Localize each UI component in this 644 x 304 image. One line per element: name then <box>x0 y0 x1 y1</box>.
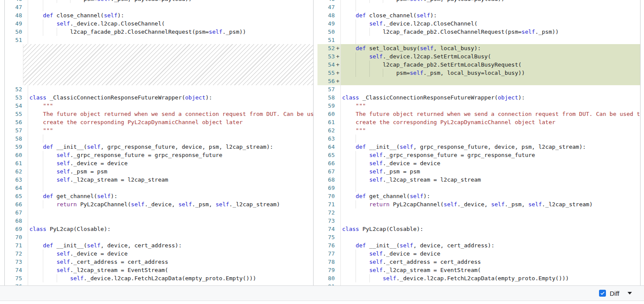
line-number[interactable]: 48 <box>317 11 336 19</box>
code-text[interactable]: def get_channel(self): <box>28 192 313 200</box>
line-number[interactable]: 68 <box>5 217 23 225</box>
line-number[interactable]: 59 <box>317 102 336 110</box>
line-number[interactable]: 75 <box>5 274 23 282</box>
line-number[interactable]: 74 <box>317 225 336 233</box>
code-line[interactable]: 73 <box>317 217 640 225</box>
line-number[interactable]: 47 <box>5 3 23 11</box>
code-line-added[interactable]: 55+ psm=self._psm, local_busy=local_busy… <box>317 69 640 77</box>
code-text[interactable]: self._psm = psm <box>340 167 640 176</box>
code-text[interactable]: self._cert_address = cert_address <box>28 258 313 266</box>
code-line[interactable]: 67 <box>5 208 313 217</box>
code-text[interactable] <box>340 3 640 11</box>
code-line[interactable]: 53class _ClassicConnectionResponseFuture… <box>5 93 313 102</box>
code-text[interactable]: The future object returned when we send … <box>28 110 313 118</box>
code-text[interactable] <box>340 208 640 217</box>
code-line[interactable]: 48 def close_channel(self): <box>317 11 640 19</box>
code-line[interactable]: 66 return PyL2capChannel(self._device, s… <box>5 200 313 208</box>
line-number[interactable]: 59 <box>5 143 23 151</box>
line-number[interactable]: 65 <box>5 192 23 200</box>
line-number[interactable]: 71 <box>5 241 23 250</box>
code-line[interactable]: 71 def __init__(self, device, cert_addre… <box>5 241 313 250</box>
line-number[interactable]: 73 <box>317 217 336 225</box>
line-number[interactable]: 58 <box>317 93 336 102</box>
code-line[interactable]: 48 def close_channel(self): <box>5 11 313 19</box>
code-text[interactable] <box>340 77 640 85</box>
code-line[interactable]: 57 """ <box>5 126 313 134</box>
code-line[interactable]: 63 <box>317 134 640 143</box>
code-text[interactable] <box>340 233 640 241</box>
line-number[interactable]: 49 <box>5 19 23 28</box>
code-line[interactable]: 62 """ <box>317 126 640 134</box>
code-line[interactable]: 47 <box>317 3 640 11</box>
line-number[interactable]: 54 <box>317 61 336 69</box>
code-line[interactable]: 51 <box>317 36 640 44</box>
code-text[interactable]: class _ClassicConnectionResponseFutureWr… <box>340 93 640 102</box>
code-text[interactable] <box>340 85 640 93</box>
code-line[interactable]: 49 self._device.l2cap.CloseChannel( <box>5 19 313 28</box>
code-line[interactable]: 66 self._device = device <box>317 159 640 167</box>
code-line[interactable]: 72 <box>317 208 640 217</box>
code-line[interactable]: 70 <box>5 233 313 241</box>
code-text[interactable] <box>28 3 313 11</box>
code-line[interactable]: 61 self._device = device <box>5 159 313 167</box>
code-line[interactable]: 69class PyL2cap(Closable): <box>5 225 313 233</box>
code-text[interactable]: """ <box>340 102 640 110</box>
code-text[interactable]: self._device = device <box>28 159 313 167</box>
code-text[interactable]: self._device = device <box>340 250 640 258</box>
code-line[interactable]: 71 return PyL2capChannel(self._device, s… <box>317 200 640 208</box>
line-number[interactable]: 76 <box>317 241 336 250</box>
line-number[interactable]: 46 <box>5 0 23 3</box>
line-number[interactable]: 80 <box>317 274 336 282</box>
line-number[interactable]: 67 <box>5 208 23 217</box>
code-line[interactable]: 65 self._grpc_response_future = grpc_res… <box>317 151 640 159</box>
code-text[interactable]: self._cert_address = cert_address <box>340 258 640 266</box>
code-line[interactable]: 64 <box>5 184 313 192</box>
code-text[interactable]: create the corresponding PyL2capDynamicC… <box>28 118 313 126</box>
line-number[interactable]: 49 <box>317 19 336 28</box>
line-number[interactable]: 69 <box>317 184 336 192</box>
line-number[interactable]: 69 <box>5 225 23 233</box>
code-line[interactable]: 46 psm=self._psm, payload=payload)) <box>317 0 640 3</box>
code-text[interactable]: class _ClassicConnectionResponseFutureWr… <box>28 93 313 102</box>
code-text[interactable]: l2cap_facade_pb2.CloseChannelRequest(psm… <box>28 28 313 36</box>
code-text[interactable]: """ <box>28 126 313 134</box>
line-number[interactable]: 57 <box>5 126 23 134</box>
code-text[interactable]: def __init__(self, grpc_response_future,… <box>28 143 313 151</box>
code-text[interactable]: create the corresponding PyL2capDynamicC… <box>340 118 640 126</box>
code-text[interactable]: def __init__(self, device, cert_address)… <box>340 241 640 250</box>
code-line[interactable]: 63 self._l2cap_stream = l2cap_stream <box>5 176 313 184</box>
line-number[interactable]: 75 <box>317 233 336 241</box>
code-line[interactable]: 68 self._l2cap_stream = l2cap_stream <box>317 176 640 184</box>
code-line[interactable]: 49 self._device.l2cap.CloseChannel( <box>317 19 640 28</box>
code-text[interactable]: self._grpc_response_future = grpc_respon… <box>340 151 640 159</box>
code-text[interactable]: class PyL2cap(Closable): <box>340 225 640 233</box>
code-text[interactable]: self._device.l2cap.FetchL2capData(empty_… <box>340 274 640 282</box>
code-line[interactable]: 75 <box>317 233 640 241</box>
code-text[interactable]: self._l2cap_stream = l2cap_stream <box>340 176 640 184</box>
code-text[interactable] <box>28 184 313 192</box>
line-number[interactable]: 66 <box>317 159 336 167</box>
code-text[interactable]: def close_channel(self): <box>340 11 640 19</box>
code-text[interactable]: psm=self._psm, local_busy=local_busy)) <box>340 69 640 77</box>
line-number[interactable]: 72 <box>5 250 23 258</box>
line-number[interactable]: 68 <box>317 176 336 184</box>
code-line[interactable]: 65 def get_channel(self): <box>5 192 313 200</box>
line-number[interactable]: 55 <box>317 69 336 77</box>
line-number[interactable]: 72 <box>317 208 336 217</box>
code-text[interactable]: def __init__(self, device, cert_address)… <box>28 241 313 250</box>
diff-checkbox[interactable] <box>599 290 606 297</box>
code-line[interactable]: 58class _ClassicConnectionResponseFuture… <box>317 93 640 102</box>
line-number[interactable]: 70 <box>317 192 336 200</box>
code-line[interactable]: 58 <box>5 134 313 143</box>
line-number[interactable]: 64 <box>5 184 23 192</box>
line-number[interactable]: 64 <box>317 143 336 151</box>
code-line[interactable]: 70 def get_channel(self): <box>317 192 640 200</box>
code-line-added[interactable]: 56+ <box>317 77 640 85</box>
diff-toggle[interactable]: Diff <box>599 290 619 297</box>
code-text[interactable]: return PyL2capChannel(self._device, self… <box>28 200 313 208</box>
code-line[interactable]: 69 <box>317 184 640 192</box>
line-number[interactable]: 65 <box>317 151 336 159</box>
code-line[interactable]: 52 <box>5 85 313 93</box>
code-line[interactable]: 57 <box>317 85 640 93</box>
code-line[interactable]: 61 create the corresponding PyL2capDynam… <box>317 118 640 126</box>
